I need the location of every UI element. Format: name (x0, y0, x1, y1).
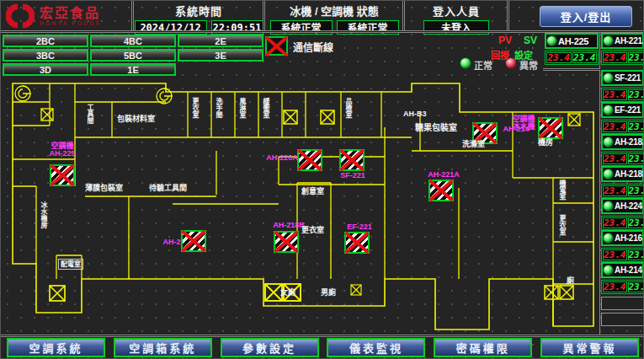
nav-parameter-settings-button[interactable]: 參數設定 (221, 338, 319, 357)
logo: 宏亞食品 HUNYA FOODS (1, 1, 132, 31)
nav-alarm-button[interactable]: 異常警報 (540, 338, 639, 357)
divider (543, 68, 600, 71)
room-label: 廁 (567, 277, 574, 285)
ahu-label: AH-220A (263, 154, 301, 162)
ahu-offline-icon[interactable] (428, 180, 454, 201)
pv-header: PV (498, 35, 512, 46)
divider (263, 1, 265, 31)
ahu-offline-icon[interactable] (181, 230, 206, 252)
nav-meter-monitor-button[interactable]: 儀表監視 (327, 338, 425, 357)
unit-values: 23.423.4 (601, 51, 644, 65)
ahu-label-line: AH-225 (38, 150, 87, 158)
pv-value: 23.4 (603, 52, 627, 63)
floor-button-3bc[interactable]: 3BC (3, 49, 88, 62)
ahu-label-line: 冰水機 (509, 123, 538, 131)
unit-name: AH-214 (615, 265, 642, 275)
ahu-label: SF-221 (334, 172, 371, 180)
sv-value[interactable]: 23.4 (572, 52, 598, 63)
room-label: 工具間 (86, 104, 93, 124)
machine-status-label: 冰機 / 空調機 狀態 (265, 3, 403, 19)
room-label: 機電室 (558, 180, 565, 200)
floor-button-1e[interactable]: 1E (90, 63, 176, 76)
pv-value: 23.4 (603, 281, 627, 292)
status-led-icon (604, 137, 613, 147)
pv-value: 23.4 (603, 217, 627, 228)
unit-values: 23.423.4 (601, 280, 644, 294)
sv-value[interactable]: 23.4 (628, 185, 644, 196)
sv-value[interactable]: 23.4 (628, 52, 644, 63)
normal-led-icon (460, 58, 471, 68)
ahu-offline-icon[interactable] (538, 117, 563, 139)
status-led-icon (604, 105, 613, 115)
sv-value[interactable]: 23.4 (628, 153, 644, 164)
unit-ah-221a[interactable]: AH-221A (601, 33, 644, 49)
floor-button-3d[interactable]: 3D (3, 63, 88, 76)
unit-values: 23.4 23.4 (545, 51, 599, 65)
pv-name: 回授 (491, 48, 509, 62)
unit-sf-221[interactable]: SF-221 (601, 70, 644, 86)
room-label: 糖果包裝室 (415, 124, 457, 131)
machine-status-section: 冰機 / 空調機 狀態 系統正常 系統正常 (265, 1, 403, 31)
sv-value[interactable]: 23.4 (628, 249, 644, 260)
pv-value: 23.4 (603, 89, 627, 100)
unit-ef-221[interactable]: EF-221 (601, 102, 644, 118)
pv-value: 23.4 (603, 249, 627, 260)
unit-ah-218a[interactable]: AH-218A (601, 134, 644, 150)
ahu-offline-icon[interactable] (344, 232, 370, 254)
floor-button-3e[interactable]: 3E (178, 49, 263, 62)
ahu-offline-icon[interactable] (339, 149, 365, 171)
sv-header: SV (524, 35, 537, 46)
sv-value[interactable]: 23.4 (628, 89, 644, 100)
sv-value[interactable]: 23.4 (628, 121, 644, 132)
unit-name: SF-221 (615, 73, 641, 83)
floorplan: 空調機AH-225 AH-220A SF-221 AH-221A AH-214 … (1, 77, 600, 335)
sv-value[interactable]: 23.4 (628, 281, 644, 292)
sv-name: 設定 (514, 48, 533, 62)
ahu-label: 空調機AH-225 (38, 142, 87, 158)
pv-value: 23.4 (603, 153, 627, 164)
ahu-offline-icon[interactable] (274, 231, 299, 253)
status-led-icon (604, 36, 613, 46)
normal-label: 正常 (474, 58, 492, 72)
room-label: 更衣室 (191, 98, 198, 118)
room-label: 女廁 (280, 289, 295, 297)
room-label: 緩衝室 (262, 98, 269, 118)
ahu-offline-icon[interactable] (297, 149, 322, 171)
floor-button-2bc[interactable]: 2BC (3, 35, 88, 47)
unit-name: AH-225 (558, 36, 588, 46)
unit-ah-225[interactable]: AH-225 (545, 33, 599, 49)
nav-ahu-system-button[interactable]: 空調箱系統 (114, 338, 212, 357)
room-label: 薄膜包裝室 (85, 185, 123, 192)
ahu-offline-icon[interactable] (50, 164, 75, 186)
brand-name: 宏亞食品 (40, 7, 101, 20)
unit-name: AH-216 (615, 233, 642, 243)
nav-ac-system-button[interactable]: 空調系統 (7, 338, 105, 357)
ahu-label-line: EF-221 (339, 223, 380, 231)
room-label: 機房 (538, 139, 553, 147)
floor-selector: 2BC 4BC 2E 3BC 5BC 3E 3D 1E (3, 35, 263, 76)
room-label: 更衣室 (301, 227, 324, 234)
floor-button-5bc[interactable]: 5BC (90, 49, 176, 62)
room-label: 待驗工具間 (149, 185, 187, 192)
unit-name: AH-221A (615, 36, 644, 46)
status-led-icon (604, 73, 613, 83)
room-label: 創意室 (301, 188, 324, 196)
floor-button-2e[interactable]: 2E (178, 35, 263, 47)
divider (131, 1, 134, 31)
unit-ah-218b[interactable]: AH-218B (601, 166, 644, 182)
divider (1, 335, 644, 337)
empty-slot (601, 297, 644, 310)
login-logout-button[interactable]: 登入/登出 (540, 6, 632, 27)
floor-button-4bc[interactable]: 4BC (90, 35, 176, 47)
unit-ah-216[interactable]: AH-216 (601, 230, 644, 246)
nav-password-permission-button[interactable]: 密碼權限 (434, 338, 532, 357)
unit-values: 23.423.4 (601, 216, 644, 230)
hmi-screen: 宏亞食品 HUNYA FOODS 系統時間 2024/12/12 22:09:5… (0, 0, 644, 359)
room-label: 男廁 (321, 289, 336, 297)
unit-ah-224[interactable]: AH-224 (601, 198, 644, 214)
status-led-icon (604, 201, 613, 211)
sv-value[interactable]: 23.4 (628, 217, 644, 228)
room-label: 配電室 (58, 259, 83, 270)
ahu-label-line: SF-221 (334, 172, 371, 180)
unit-ah-214[interactable]: AH-214 (601, 262, 644, 278)
